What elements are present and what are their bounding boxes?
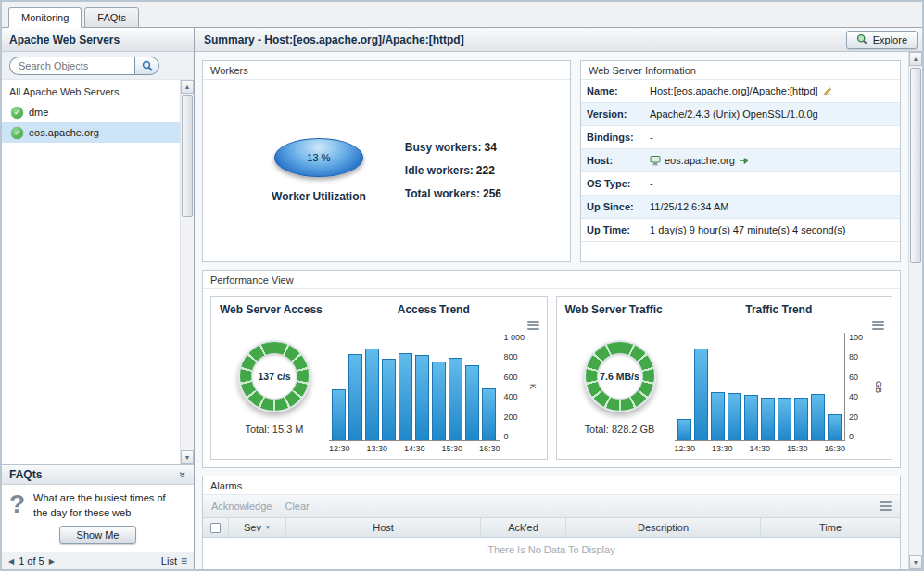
bar (728, 393, 741, 440)
plot-area (675, 333, 846, 441)
traffic-trend-chart[interactable]: 100806040200 GB 12:3013:3014:3015:3016:3… (675, 320, 884, 454)
empty-table-message: There Is No Data To Display (203, 538, 900, 555)
access-total: Total: 15.3 M (246, 424, 304, 435)
faqts-section: FAQts » ? What are the busiest times of … (2, 464, 194, 552)
bar (465, 365, 479, 440)
sort-arrow-icon: ▼ (265, 525, 271, 530)
scroll-down-icon[interactable]: ▼ (909, 555, 922, 569)
column-header-time[interactable]: Time (761, 518, 900, 537)
table-row: Host: eos.apache.org (581, 149, 900, 172)
tab-faqts[interactable]: FAQts (84, 7, 139, 28)
scrollbar-track[interactable] (909, 66, 922, 555)
show-me-button[interactable]: Show Me (59, 526, 137, 544)
faqts-body: ? What are the busiest times of the day … (2, 485, 194, 522)
worker-utilization-label: Worker Utilization (272, 190, 366, 203)
search-icon (142, 60, 153, 71)
search-button[interactable] (134, 57, 159, 75)
access-trend-title: Access Trend (329, 303, 538, 320)
list-view-toggle[interactable]: List ≡ (161, 554, 187, 567)
idle-workers-stat: Idle workers:222 (405, 164, 501, 177)
faqts-title: FAQts (9, 468, 42, 481)
alarms-table-header: Sev ▼ Host Ack'ed Description Time (203, 518, 900, 538)
explore-button[interactable]: Explore (846, 31, 918, 49)
access-trend-chart[interactable]: 1 0008006004002000 K 12:3013:3014:3015:3… (329, 320, 538, 454)
next-arrow-icon[interactable]: ▶ (49, 557, 55, 565)
access-rate-value: 137 c/s (258, 371, 290, 382)
select-all-checkbox[interactable] (210, 523, 221, 533)
clear-button[interactable]: Clear (285, 501, 309, 512)
bar (382, 359, 396, 440)
column-header-description[interactable]: Description (566, 518, 761, 537)
select-all-cell[interactable] (203, 518, 229, 537)
alarms-panel: Alarms Acknowledge Clear Sev ▼ (202, 476, 901, 569)
prev-arrow-icon[interactable]: ◀ (8, 557, 14, 565)
top-tab-bar: Monitoring FAQts (2, 2, 922, 28)
y-axis: 100806040200 (845, 333, 873, 441)
scroll-down-icon[interactable]: ▼ (181, 450, 194, 464)
host-link[interactable]: eos.apache.org (665, 155, 735, 166)
bar (677, 419, 691, 440)
traffic-rate-gauge[interactable]: 7.6 MB/s (584, 340, 656, 412)
os-type-value: - (650, 178, 653, 189)
worker-utilization-gauge-group: 13 % Worker Utilization (272, 138, 366, 203)
web-server-info-table: Name: Host:[eos.apache.org]/Apache:[http… (581, 80, 900, 242)
edit-icon[interactable] (822, 85, 833, 96)
acknowledge-button[interactable]: Acknowledge (211, 501, 272, 512)
server-list-wrap: All Apache Web Servers ✓ dme ✓ eos.apach… (2, 80, 194, 464)
x-labels: 12:3013:3014:3015:3016:30 (329, 441, 500, 454)
web-server-access-card: Web Server Access Access Trend 137 c/s (210, 296, 548, 460)
scroll-up-icon[interactable]: ▲ (909, 52, 922, 66)
sidebar-title: Apache Web Servers (2, 28, 194, 52)
scrollbar-track[interactable] (181, 94, 194, 450)
bar (449, 358, 462, 440)
scrollbar-thumb[interactable] (182, 95, 193, 217)
summary-row: Workers 13 % Worker Utilization (202, 60, 901, 262)
app-window: Monitoring FAQts Apache Web Servers All … (0, 0, 924, 571)
access-rate-gauge[interactable]: 137 c/s (238, 340, 310, 412)
main-scrollbar[interactable]: ▲ ▼ (908, 52, 922, 569)
bindings-value: - (650, 132, 653, 143)
search-row (2, 52, 194, 80)
table-customizer-icon[interactable] (880, 501, 892, 511)
scrollbar-thumb[interactable] (910, 68, 921, 263)
main-header: Summary - Host:[eos.apache.org]/Apache:[… (195, 28, 922, 52)
bar (744, 395, 758, 440)
alarms-toolbar: Acknowledge Clear (203, 495, 900, 518)
pager-controls: ◀ 1 of 5 ▶ (8, 555, 55, 566)
page-title: Summary - Host:[eos.apache.org]/Apache:[… (204, 33, 464, 46)
bar (482, 388, 496, 440)
status-ok-icon: ✓ (11, 107, 23, 119)
worker-utilization-gauge[interactable]: 13 % (274, 138, 363, 177)
bar (399, 353, 412, 440)
sidebar-scrollbar[interactable]: ▲ ▼ (180, 80, 194, 464)
access-gauge-zone: 137 c/s Total: 15.3 M (220, 320, 329, 454)
access-card-title: Web Server Access (220, 303, 329, 320)
column-header-sev[interactable]: Sev ▼ (229, 518, 286, 537)
scroll-up-icon[interactable]: ▲ (181, 80, 194, 94)
bar (794, 398, 808, 440)
chart-options-icon[interactable] (527, 321, 539, 330)
tab-monitoring[interactable]: Monitoring (8, 7, 82, 28)
main-area: Summary - Host:[eos.apache.org]/Apache:[… (195, 28, 922, 569)
table-row: OS Type: - (581, 172, 900, 196)
faqts-question: What are the busiest times of the day fo… (33, 491, 172, 520)
sidebar-item-dme[interactable]: ✓ dme (2, 102, 180, 122)
collapse-chevron-icon[interactable]: » (177, 472, 190, 478)
faqts-pager: ◀ 1 of 5 ▶ List ≡ (2, 552, 194, 569)
traffic-gauge-zone: 7.6 MB/s Total: 828.2 GB (565, 320, 675, 454)
chart-options-icon[interactable] (872, 321, 884, 330)
column-header-acked[interactable]: Ack'ed (481, 518, 566, 537)
drilldown-arrow-icon[interactable] (739, 156, 749, 166)
sidebar-item-eos-apache-org[interactable]: ✓ eos.apache.org (2, 122, 180, 143)
show-me-row: Show Me (2, 522, 194, 552)
bar (811, 394, 825, 440)
up-since-value: 11/25/12 6:34 AM (650, 201, 728, 212)
bar (365, 349, 379, 440)
main-content: Workers 13 % Worker Utilization (195, 52, 908, 569)
server-name: dme (29, 107, 48, 118)
list-icon: ≡ (181, 554, 187, 567)
column-header-host[interactable]: Host (286, 518, 481, 537)
search-input[interactable] (9, 57, 134, 75)
explore-icon (856, 33, 868, 45)
plot-area (329, 333, 500, 441)
